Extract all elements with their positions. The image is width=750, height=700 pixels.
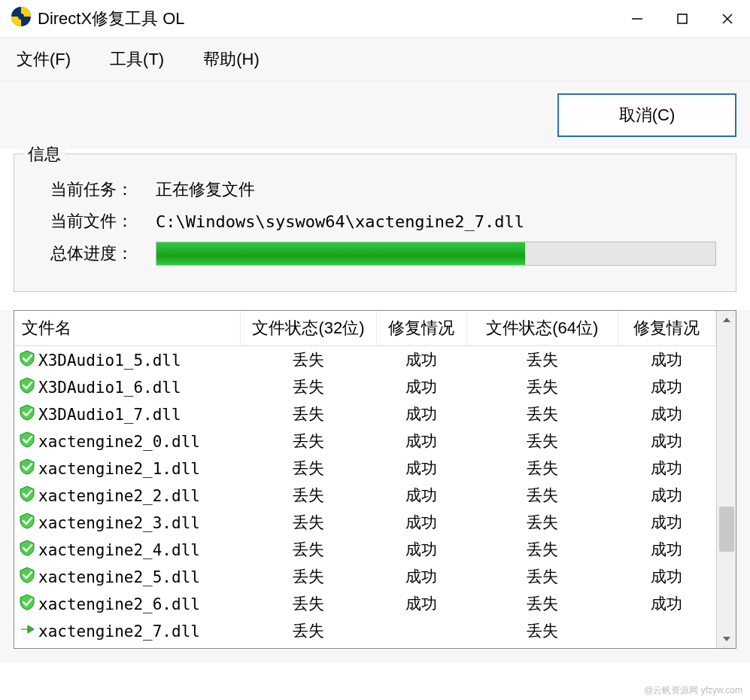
table-row[interactable]: xactengine2_6.dll丢失成功丢失成功 [14,590,716,617]
check-shield-icon [19,513,35,533]
cell-state64: 丢失 [467,617,618,644]
cell-state32: 丢失 [241,455,376,482]
cell-state64: 丢失 [467,536,618,563]
cell-fix32: 成功 [376,509,466,536]
cell-fix64: 成功 [618,536,715,563]
title-bar: DirectX修复工具 OL [0,0,750,38]
check-shield-icon [19,485,35,506]
scroll-down-arrow[interactable] [717,630,736,648]
cell-fix64: 成功 [618,509,715,536]
cell-fix32: 成功 [376,373,466,400]
cell-fix32: 成功 [376,536,466,563]
cell-fix64: 成功 [618,590,715,617]
table-row[interactable]: xactengine2_3.dll丢失成功丢失成功 [14,509,716,536]
watermark: @云帆资源网 yfzyw.com [644,684,742,697]
task-label: 当前任务： [50,178,156,201]
arrow-right-icon [19,621,35,641]
file-name: xactengine2_0.dll [38,432,200,450]
file-name: xactengine2_2.dll [38,486,200,504]
svg-marker-6 [723,318,730,322]
window-title: DirectX修复工具 OL [38,8,615,30]
col-state64[interactable]: 文件状态(64位) [467,311,618,346]
cell-fix32: 成功 [376,346,466,374]
cell-state32: 丢失 [241,590,376,617]
table-row[interactable]: X3DAudio1_6.dll丢失成功丢失成功 [14,373,716,400]
check-shield-icon [19,540,35,560]
menu-tools[interactable]: 工具(T) [110,48,164,71]
cell-state64: 丢失 [467,509,618,536]
cell-fix32: 成功 [376,590,466,617]
maximize-button[interactable] [660,0,705,38]
cell-state64: 丢失 [467,373,618,400]
table-row[interactable]: xactengine2_5.dll丢失成功丢失成功 [14,563,716,590]
table-row[interactable]: X3DAudio1_5.dll丢失成功丢失成功 [14,346,716,374]
file-table: 文件名 文件状态(32位) 修复情况 文件状态(64位) 修复情况 X3DAud… [14,310,736,649]
vertical-scrollbar[interactable] [716,311,736,648]
cell-state32: 丢失 [241,482,376,509]
cell-state32: 丢失 [241,563,376,590]
menu-file[interactable]: 文件(F) [17,48,71,71]
cell-state32: 丢失 [241,400,376,428]
cell-fix32: 成功 [376,428,466,455]
file-name: xactengine2_1.dll [38,459,200,477]
file-name: xactengine2_7.dll [38,622,200,640]
task-value: 正在修复文件 [156,178,255,201]
check-shield-icon [19,567,35,587]
cell-fix32: 成功 [376,482,466,509]
cell-state32: 丢失 [241,536,376,563]
col-fix32[interactable]: 修复情况 [376,311,466,346]
cell-state64: 丢失 [467,482,618,509]
cell-state64: 丢失 [467,455,618,482]
cell-fix64: 成功 [618,346,715,374]
table-row[interactable]: xactengine2_0.dll丢失成功丢失成功 [14,428,716,455]
file-name: xactengine2_3.dll [38,513,200,531]
cell-fix32: 成功 [376,563,466,590]
file-label: 当前文件： [50,210,156,233]
close-button[interactable] [705,0,750,38]
cell-state32: 丢失 [241,617,376,644]
cell-state64: 丢失 [467,563,618,590]
menu-help[interactable]: 帮助(H) [203,48,260,71]
table-row[interactable]: xactengine2_2.dll丢失成功丢失成功 [14,482,716,509]
cell-fix64: 成功 [618,482,715,509]
minimize-button[interactable] [615,0,660,38]
col-state32[interactable]: 文件状态(32位) [241,311,376,346]
table-row[interactable]: xactengine2_1.dll丢失成功丢失成功 [14,455,716,482]
cell-state32: 丢失 [241,346,376,374]
file-name: xactengine2_5.dll [38,568,200,586]
cell-fix64: 成功 [618,373,715,400]
scroll-up-arrow[interactable] [717,311,736,329]
check-shield-icon [19,350,35,370]
table-row[interactable]: xactengine2_7.dll丢失丢失 [14,617,716,644]
cell-fix32 [376,617,466,644]
file-name: X3DAudio1_7.dll [38,405,181,423]
cell-fix64: 成功 [618,428,715,455]
check-shield-icon [19,431,35,452]
cell-fix32: 成功 [376,400,466,428]
file-value: C:\Windows\syswow64\xactengine2_7.dll [156,212,524,231]
cell-fix64: 成功 [618,400,715,428]
svg-marker-7 [723,637,730,641]
check-shield-icon [19,458,35,479]
table-row[interactable]: X3DAudio1_7.dll丢失成功丢失成功 [14,400,716,428]
cancel-button[interactable]: 取消(C) [557,93,736,137]
col-fix64[interactable]: 修复情况 [618,311,715,346]
scroll-thumb[interactable] [719,507,734,552]
table-header-row: 文件名 文件状态(32位) 修复情况 文件状态(64位) 修复情况 [14,311,716,346]
svg-rect-3 [678,14,687,23]
cell-fix32: 成功 [376,455,466,482]
cell-fix64: 成功 [618,563,715,590]
table-row[interactable]: xactengine2_4.dll丢失成功丢失成功 [14,536,716,563]
progress-bar [156,242,716,266]
action-bar: 取消(C) [0,81,750,149]
cell-state32: 丢失 [241,373,376,400]
cell-state64: 丢失 [467,428,618,455]
app-icon [11,6,32,31]
cell-state64: 丢失 [467,590,618,617]
check-shield-icon [19,594,35,614]
cell-state32: 丢失 [241,509,376,536]
cell-fix64 [618,617,715,644]
col-filename[interactable]: 文件名 [14,311,241,346]
cell-state64: 丢失 [467,400,618,428]
file-name: xactengine2_6.dll [38,595,200,613]
